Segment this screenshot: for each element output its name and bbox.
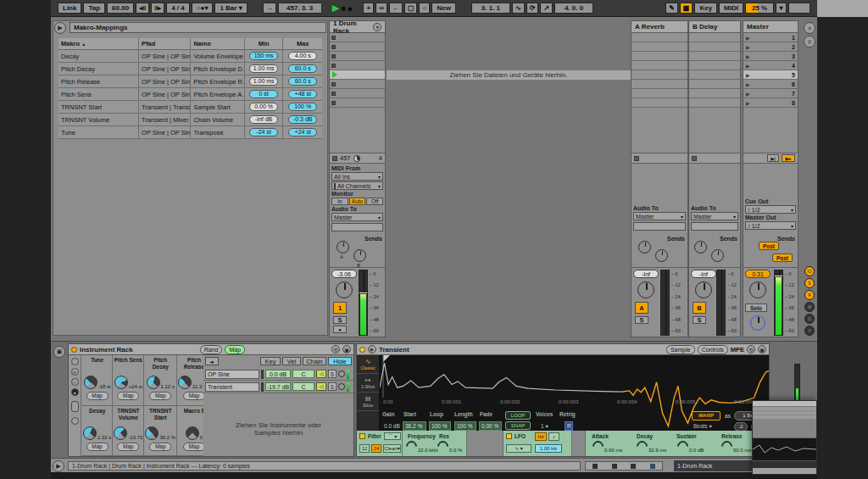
sample-waveform-display[interactable]: 0:000:00:0010:00:0020:00:0030:00:0040:00… [380, 355, 769, 431]
macro-knob[interactable] [114, 376, 128, 389]
scene-row[interactable]: ▶6 [743, 80, 798, 89]
status-play-icon[interactable]: ▶ [53, 460, 64, 472]
overdub-button[interactable]: + [363, 3, 374, 14]
clip-slot[interactable] [330, 89, 385, 98]
draw-mode-button[interactable]: ▢ [404, 3, 418, 14]
retrig-button[interactable]: R [565, 421, 573, 431]
tap-tempo-button[interactable]: Tap [83, 3, 105, 14]
hot-swap-icon[interactable]: ⟲ [747, 345, 755, 354]
scene-row[interactable]: ▶5 [743, 70, 798, 80]
min-value-field[interactable]: 150 ms [249, 52, 278, 60]
panel-play-icon[interactable]: ▶ [54, 22, 66, 34]
mixer-section-toggle[interactable]: IO [804, 266, 815, 276]
attack-value[interactable]: 0.00 ms [604, 448, 622, 453]
scene-launch-icon[interactable]: ▶ [746, 35, 750, 41]
macro-value[interactable]: -19.72 [128, 435, 142, 440]
clip-stop-icon[interactable] [331, 82, 336, 86]
sample-tab[interactable]: Sample [666, 345, 695, 354]
max-value-field[interactable]: +48 st [288, 90, 317, 98]
track-return-a[interactable]: A Reverb Audio To Master▾ Sends -Inf A S… [631, 20, 688, 337]
filter-slope-12-button[interactable]: 12 [359, 444, 370, 453]
length-value[interactable]: 100 % [454, 421, 476, 431]
loop-button[interactable]: ⟳ [526, 3, 539, 14]
solo-cue-button[interactable]: Solo [745, 304, 767, 312]
macro-value[interactable]: 1.12 s [161, 384, 175, 389]
macro-value[interactable]: 2.32 s [97, 435, 111, 440]
variation-camera-icon[interactable]: ● [71, 388, 79, 396]
sustain-value[interactable]: 0.0 dB [689, 448, 704, 453]
track-return-b[interactable]: B Delay Audio To Master▾ Sends -Inf B S … [688, 20, 741, 337]
device-on-led[interactable] [359, 347, 365, 353]
volume-field[interactable]: 0.31 [745, 270, 771, 278]
computer-midi-keyboard-button[interactable]: ▦ [680, 3, 693, 14]
send-b-knob[interactable] [711, 249, 724, 262]
track-header[interactable]: Master [743, 21, 798, 33]
mapping-row[interactable]: Pitch DecayOP Sine | OP SinePitch Envelo… [58, 63, 322, 75]
clip-slot[interactable] [632, 42, 687, 52]
controls-tab[interactable]: Controls [698, 345, 728, 354]
device-view-selector-icon[interactable]: ||| [804, 36, 815, 47]
cue-volume-knob[interactable] [750, 315, 765, 331]
tempo-field[interactable]: 60.00 [107, 3, 134, 14]
solo-button[interactable]: S [693, 316, 706, 324]
release-knob[interactable] [719, 438, 734, 454]
decay-knob[interactable] [634, 438, 649, 454]
send-b-post-button[interactable]: Post [772, 253, 793, 262]
midi-map-button[interactable]: MIDI [719, 3, 743, 14]
macro-value[interactable]: -18 st [98, 384, 111, 389]
save-preset-icon[interactable]: ▣ [53, 346, 65, 358]
macro-knob[interactable] [145, 426, 159, 440]
instrument-rack-device[interactable]: Instrument Rack Rand Map ⟲ ▣ + − ● Tune-… [68, 343, 354, 457]
clip-slot[interactable] [632, 61, 687, 70]
device-title-bar[interactable]: ▶ Transient Sample Controls MPE ⟲ ▣ [357, 344, 769, 355]
lfo-sync-button[interactable]: ♪ [548, 432, 559, 441]
max-value-field[interactable]: -0.3 dB [288, 115, 317, 124]
mapping-row[interactable]: TRNSNT StartTransient | Transi...Sample … [58, 101, 322, 114]
clip-view-selector-icon[interactable]: ≡ [804, 22, 815, 34]
scene-row[interactable]: ▶3 [743, 52, 798, 61]
col-makro[interactable]: Makro ▲ [58, 38, 139, 49]
clip-slot[interactable] [330, 80, 385, 89]
clip-slot[interactable] [632, 52, 687, 61]
save-device-icon[interactable]: ▣ [758, 345, 766, 354]
lfo-hz-button[interactable]: Hz [535, 432, 547, 441]
hide-tab[interactable]: Hide [328, 357, 352, 365]
clip-stop-icon[interactable] [332, 156, 337, 161]
macro-knob[interactable] [83, 426, 97, 440]
send-b-knob[interactable] [353, 249, 366, 262]
scene-launch-icon[interactable]: ▶ [746, 72, 750, 78]
chain-row-op-sine[interactable]: OP Sine 0.0 dB C ◁ S [203, 368, 353, 381]
macro-map-button[interactable]: Map [183, 443, 205, 451]
track-fold-icon[interactable]: ▾ [373, 23, 381, 31]
lfo-rate-field[interactable]: 1.00 Hz [535, 444, 562, 453]
cpu-menu-chevron[interactable]: ▾ [776, 3, 787, 14]
release-value[interactable]: 50.0 ms [733, 448, 751, 453]
col-pfad[interactable]: Pfad [139, 38, 191, 49]
scene-launch-icon[interactable]: ▶ [746, 44, 750, 50]
mixer-section-toggle[interactable]: M [804, 302, 815, 312]
filter-slope-24-button[interactable]: 24 [371, 444, 381, 453]
loop-length-field[interactable]: 4. 0. 0 [554, 3, 593, 14]
scene-row[interactable]: ▶2 [743, 42, 798, 52]
pan-knob[interactable] [749, 281, 766, 298]
cue-out-menu[interactable]: ‖ 1/2▾ [745, 205, 796, 214]
macro-map-button[interactable]: Map [149, 443, 171, 451]
mapping-row[interactable]: Pitch ReleaseOP Sine | OP SinePitch Enve… [58, 75, 322, 88]
track-activator-button[interactable]: 1 [333, 302, 347, 314]
chain-hotswap-icon[interactable] [338, 383, 345, 390]
clip-slot[interactable] [689, 70, 740, 80]
chain-row-transient[interactable]: Transient -19.7 dB C ◁ S [203, 381, 353, 393]
clip-stop-icon[interactable] [331, 54, 336, 58]
sustain-knob[interactable] [675, 438, 690, 454]
scene-row[interactable]: ▶1 [743, 33, 798, 42]
macro-knob[interactable] [186, 426, 199, 440]
attack-knob[interactable] [590, 438, 605, 454]
clip-slot[interactable] [689, 89, 740, 98]
automation-arm-button[interactable]: ○ [419, 3, 430, 14]
macro-value[interactable]: +24 st [129, 384, 143, 389]
map-mode-button[interactable]: Map [225, 345, 245, 354]
drop-zone[interactable]: Ziehen Sie Dateien und Geräte hierhin. [387, 70, 631, 80]
pan-knob[interactable] [336, 281, 353, 298]
pan-knob[interactable] [637, 281, 654, 298]
clip-slot[interactable] [330, 70, 385, 80]
